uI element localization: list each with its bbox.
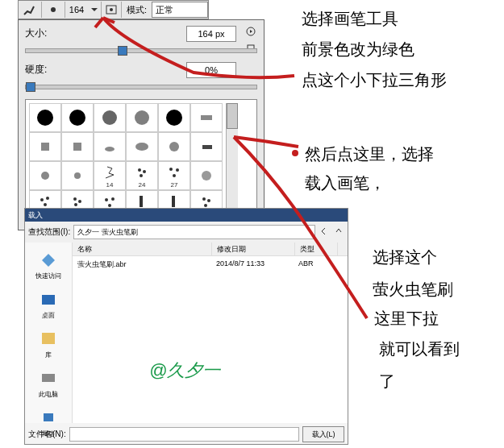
svg-rect-40 bbox=[42, 295, 55, 305]
brush-thumb[interactable] bbox=[190, 161, 223, 190]
svg-rect-41 bbox=[42, 333, 55, 344]
sidebar-libraries[interactable]: 库 bbox=[25, 325, 72, 364]
blend-mode-select[interactable]: 正常 bbox=[152, 2, 208, 18]
svg-point-17 bbox=[41, 172, 49, 180]
size-slider[interactable] bbox=[25, 48, 257, 53]
size-label: 大小: bbox=[25, 27, 73, 40]
brush-preset-toggle-icon[interactable] bbox=[101, 2, 122, 18]
brush-thumb[interactable] bbox=[158, 132, 190, 161]
svg-point-6 bbox=[69, 110, 85, 126]
svg-point-27 bbox=[46, 197, 49, 200]
nav-back-icon[interactable] bbox=[319, 226, 330, 239]
sidebar-thispc[interactable]: 此电脑 bbox=[25, 364, 72, 404]
svg-point-13 bbox=[105, 147, 115, 151]
mode-label: 模式: bbox=[122, 4, 152, 16]
annotation-text: 前景色改为绿色 bbox=[302, 37, 414, 61]
brush-thumb[interactable] bbox=[61, 103, 94, 132]
svg-point-7 bbox=[102, 110, 117, 125]
brush-thumb[interactable] bbox=[61, 132, 94, 161]
brush-thumbnail-grid: 14 24 27 39 46 59 11 17 23 bbox=[25, 99, 257, 223]
sidebar-quickaccess[interactable]: 快速访问 bbox=[25, 246, 72, 285]
svg-point-34 bbox=[108, 204, 111, 207]
svg-point-20 bbox=[143, 170, 146, 173]
flyout-icon[interactable] bbox=[246, 27, 256, 39]
brush-thumb[interactable] bbox=[94, 103, 126, 132]
svg-rect-42 bbox=[42, 374, 55, 382]
folder-path-select[interactable]: 久夕一 萤火虫笔刷 bbox=[73, 225, 315, 239]
brush-scrollbar[interactable] bbox=[226, 103, 238, 219]
svg-point-38 bbox=[207, 199, 210, 202]
lookin-label: 查找范围(I): bbox=[28, 226, 70, 238]
svg-point-5 bbox=[37, 110, 53, 126]
annotation-text: 选择这个 bbox=[373, 245, 437, 269]
file-list: 名称 修改日期 类型 萤火虫笔刷.abr 2014/8/7 11:33 ABR bbox=[73, 243, 348, 423]
places-sidebar: 快速访问 桌面 库 此电脑 网络 bbox=[25, 243, 73, 423]
annotation-text: 然后点这里，选择 bbox=[305, 142, 434, 166]
svg-point-2 bbox=[110, 8, 113, 11]
svg-point-44 bbox=[292, 150, 298, 156]
load-button[interactable]: 载入(L) bbox=[302, 426, 344, 442]
svg-point-19 bbox=[138, 168, 141, 172]
brush-thumb[interactable] bbox=[61, 161, 94, 190]
annotation-text: 萤火虫笔刷 bbox=[373, 277, 453, 301]
watermark: @久夕一 bbox=[149, 359, 220, 383]
svg-rect-11 bbox=[41, 143, 49, 151]
svg-point-14 bbox=[135, 143, 148, 151]
filename-input[interactable] bbox=[69, 427, 299, 442]
svg-rect-36 bbox=[172, 196, 175, 207]
svg-point-8 bbox=[135, 110, 149, 125]
svg-point-24 bbox=[173, 174, 176, 177]
annotation-text: 点这个小下拉三角形 bbox=[302, 68, 447, 92]
svg-rect-35 bbox=[140, 196, 143, 207]
svg-point-29 bbox=[73, 197, 77, 201]
hardness-slider[interactable] bbox=[25, 85, 257, 89]
column-type[interactable]: 类型 bbox=[295, 243, 338, 255]
svg-rect-16 bbox=[202, 145, 212, 149]
column-date[interactable]: 修改日期 bbox=[212, 243, 295, 255]
svg-point-26 bbox=[40, 198, 44, 201]
brush-preset-panel: 大小: 164 px 硬度: 0% 14 24 27 39 bbox=[18, 19, 264, 230]
annotation-text: 载入画笔， bbox=[305, 171, 385, 195]
sidebar-desktop[interactable]: 桌面 bbox=[25, 285, 72, 325]
load-brush-dialog: 载入 查找范围(I): 久夕一 萤火虫笔刷 快速访问 桌面 库 此电脑 网络 名… bbox=[24, 208, 348, 445]
file-row[interactable]: 萤火虫笔刷.abr 2014/8/7 11:33 ABR bbox=[73, 256, 348, 273]
brush-tool-icon[interactable] bbox=[19, 2, 42, 18]
brush-thumb[interactable] bbox=[29, 132, 61, 161]
brush-thumb[interactable] bbox=[126, 132, 158, 161]
brush-thumb[interactable] bbox=[158, 103, 190, 132]
svg-rect-10 bbox=[201, 115, 212, 120]
brush-thumb[interactable] bbox=[94, 132, 126, 161]
svg-point-18 bbox=[74, 172, 81, 179]
size-input[interactable]: 164 px bbox=[186, 26, 236, 42]
hardness-label: 硬度: bbox=[25, 63, 73, 77]
brush-thumb[interactable] bbox=[190, 103, 223, 132]
nav-up-icon[interactable] bbox=[333, 226, 344, 239]
svg-point-31 bbox=[74, 203, 77, 206]
svg-point-39 bbox=[204, 204, 207, 207]
svg-rect-43 bbox=[44, 413, 53, 421]
column-name[interactable]: 名称 bbox=[73, 243, 212, 255]
brush-preview bbox=[42, 2, 65, 18]
svg-point-37 bbox=[202, 197, 206, 201]
svg-point-28 bbox=[44, 203, 47, 206]
annotation-text: 这里下拉 bbox=[374, 306, 439, 330]
brush-thumb[interactable]: 14 bbox=[94, 161, 126, 190]
brush-thumb[interactable] bbox=[29, 103, 61, 132]
brush-thumb[interactable] bbox=[190, 132, 223, 161]
svg-point-32 bbox=[105, 198, 108, 201]
options-toolbar: 164 模式: 正常 bbox=[18, 0, 209, 19]
brush-thumb[interactable] bbox=[126, 103, 158, 132]
hardness-input[interactable]: 0% bbox=[186, 62, 236, 78]
brush-thumb[interactable] bbox=[29, 161, 61, 190]
svg-point-30 bbox=[78, 200, 81, 203]
brush-dropdown-arrow[interactable] bbox=[88, 2, 101, 18]
svg-point-33 bbox=[111, 197, 115, 201]
brush-thumb[interactable]: 24 bbox=[126, 161, 158, 190]
annotation-text: 就可以看到 bbox=[379, 337, 460, 361]
brush-thumb[interactable]: 27 bbox=[158, 161, 190, 190]
svg-point-0 bbox=[51, 7, 56, 12]
svg-point-9 bbox=[166, 110, 182, 126]
svg-point-15 bbox=[169, 142, 179, 151]
brush-size-number: 164 bbox=[65, 5, 88, 15]
dialog-title: 载入 bbox=[25, 209, 348, 222]
